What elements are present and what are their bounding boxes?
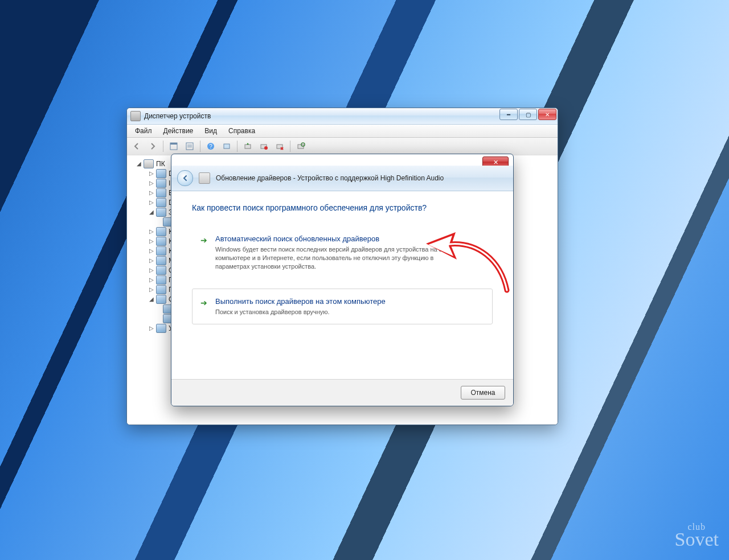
device-category-icon bbox=[156, 208, 166, 217]
scan-icon[interactable] bbox=[219, 139, 234, 154]
device-category-icon bbox=[156, 188, 166, 197]
update-driver-dialog: ✕ Обновление драйверов - Устройство с по… bbox=[171, 154, 514, 406]
device-category-icon bbox=[156, 295, 166, 304]
svg-rect-8 bbox=[245, 145, 251, 149]
window-buttons: ━ ▢ ✕ bbox=[499, 109, 556, 120]
toolbar-separator bbox=[200, 141, 200, 152]
computer-icon bbox=[144, 159, 154, 168]
device-icon bbox=[199, 172, 210, 184]
watermark-small: club bbox=[675, 523, 719, 531]
menu-file[interactable]: Файл bbox=[129, 126, 158, 136]
arrow-icon: ➔ bbox=[200, 298, 207, 307]
device-category-icon bbox=[156, 246, 166, 256]
device-category-icon bbox=[156, 237, 166, 246]
disable-device-icon[interactable] bbox=[256, 139, 271, 154]
watermark: club Sovet bbox=[675, 523, 719, 549]
maximize-button[interactable]: ▢ bbox=[519, 109, 537, 120]
option-auto-desc: Windows будет вести поиск последних верс… bbox=[215, 245, 454, 271]
svg-rect-2 bbox=[186, 143, 193, 150]
device-category-icon bbox=[156, 227, 166, 236]
menu-view[interactable]: Вид bbox=[199, 126, 223, 136]
svg-point-10 bbox=[264, 146, 268, 150]
help-icon[interactable]: ? bbox=[203, 139, 218, 154]
show-hidden-icon[interactable] bbox=[166, 139, 181, 154]
menu-help[interactable]: Справка bbox=[223, 126, 261, 136]
cancel-button[interactable]: Отмена bbox=[461, 386, 505, 400]
dialog-footer: Отмена bbox=[171, 379, 513, 406]
tree-root-label: ПК bbox=[156, 160, 165, 168]
svg-text:?: ? bbox=[209, 143, 212, 150]
desktop-background: Диспетчер устройств ━ ▢ ✕ Файл Действие … bbox=[0, 0, 729, 560]
watermark-big: Sovet bbox=[675, 531, 719, 549]
option-browse-title: Выполнить поиск драйверов на этом компью… bbox=[215, 297, 483, 306]
dialog-body: Как провести поиск программного обеспече… bbox=[171, 191, 513, 380]
nav-forward-icon[interactable] bbox=[145, 139, 160, 154]
svg-rect-1 bbox=[170, 143, 177, 145]
devmgr-icon bbox=[130, 111, 141, 121]
menubar: Файл Действие Вид Справка bbox=[127, 125, 558, 138]
menu-action[interactable]: Действие bbox=[158, 126, 199, 136]
dialog-header: Обновление драйверов - Устройство с подд… bbox=[171, 166, 513, 191]
devmgr-titlebar: Диспетчер устройств ━ ▢ ✕ bbox=[127, 108, 558, 125]
toolbar-separator bbox=[163, 141, 163, 152]
device-category-icon bbox=[156, 285, 166, 294]
option-browse-desc: Поиск и установка драйверов вручную. bbox=[215, 308, 454, 316]
uninstall-device-icon[interactable] bbox=[272, 139, 287, 154]
device-category-icon bbox=[156, 324, 166, 333]
nav-back-icon[interactable] bbox=[129, 139, 144, 154]
option-auto-search[interactable]: ➔ Автоматический поиск обновленных драйв… bbox=[192, 226, 493, 279]
update-driver-icon[interactable] bbox=[240, 139, 255, 154]
minimize-button[interactable]: ━ bbox=[499, 109, 518, 120]
toolbar-separator bbox=[290, 141, 290, 152]
device-category-icon bbox=[156, 275, 166, 285]
option-browse-computer[interactable]: ➔ Выполнить поиск драйверов на этом комп… bbox=[192, 289, 493, 325]
svg-rect-7 bbox=[224, 144, 230, 149]
dialog-title: Обновление драйверов - Устройство с подд… bbox=[216, 174, 444, 182]
devmgr-title: Диспетчер устройств bbox=[144, 112, 211, 120]
close-button[interactable]: ✕ bbox=[538, 109, 556, 120]
dialog-heading: Как провести поиск программного обеспече… bbox=[192, 203, 493, 212]
arrow-icon: ➔ bbox=[200, 236, 207, 245]
properties-icon[interactable] bbox=[182, 139, 197, 154]
toolbar-separator bbox=[237, 141, 237, 152]
device-category-icon bbox=[156, 198, 166, 207]
option-auto-title: Автоматический поиск обновленных драйвер… bbox=[215, 234, 483, 243]
back-icon[interactable] bbox=[177, 170, 193, 186]
device-category-icon bbox=[156, 179, 166, 188]
scan-hardware-icon[interactable] bbox=[293, 139, 308, 154]
device-category-icon bbox=[156, 266, 166, 275]
toolbar: ? bbox=[127, 138, 558, 155]
device-category-icon bbox=[156, 256, 166, 265]
device-category-icon bbox=[156, 169, 166, 178]
